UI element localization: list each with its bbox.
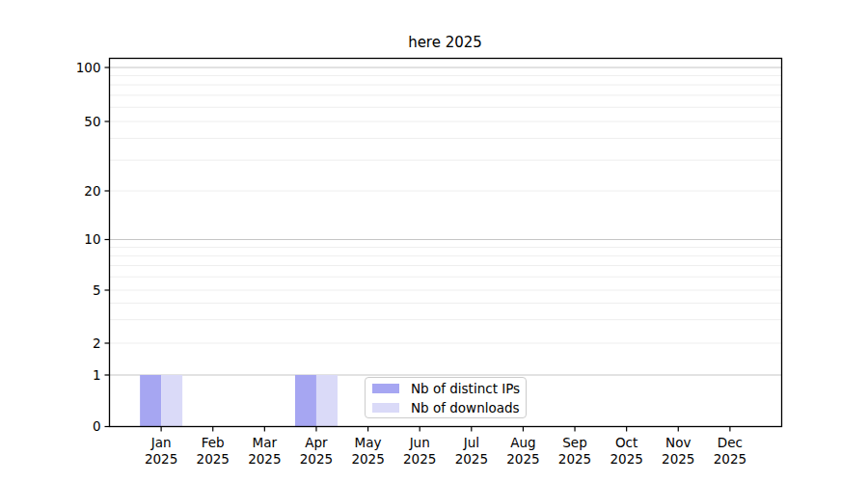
x-tick-year-label: 2025 <box>403 451 436 467</box>
y-axis-ticks: 0125102050100 <box>76 60 110 435</box>
x-tick-year-label: 2025 <box>351 451 384 467</box>
x-tick-month-label: Nov <box>665 435 691 450</box>
x-tick-year-label: 2025 <box>145 451 177 467</box>
bars <box>140 375 338 427</box>
y-tick-label: 0 <box>93 418 101 434</box>
y-tick-label: 20 <box>84 183 100 199</box>
x-tick-month-label: Feb <box>202 435 225 450</box>
y-tick-label: 50 <box>84 114 100 129</box>
x-tick-month-label: Jun <box>409 435 430 450</box>
x-tick-year-label: 2025 <box>248 451 281 467</box>
x-tick-month-label: Apr <box>305 435 328 450</box>
plot-border <box>110 59 782 427</box>
x-tick-month-label: May <box>355 435 382 450</box>
x-tick-year-label: 2025 <box>610 451 642 467</box>
y-tick-label: 5 <box>93 282 101 298</box>
x-tick-year-label: 2025 <box>455 451 488 467</box>
y-tick-label: 2 <box>93 335 101 351</box>
x-tick-year-label: 2025 <box>714 451 746 467</box>
y-tick-label: 1 <box>93 367 101 383</box>
legend-item-downloads: Nb of downloads <box>372 400 519 415</box>
legend-label-distinct-ips: Nb of distinct IPs <box>411 381 520 396</box>
x-tick-year-label: 2025 <box>662 451 694 467</box>
legend-swatch-distinct-ips <box>372 384 399 393</box>
x-tick-month-label: Mar <box>253 435 278 450</box>
bar-nb-of-distinct-ips <box>295 375 316 427</box>
x-tick-month-label: Sep <box>562 435 586 450</box>
legend-item-distinct-ips: Nb of distinct IPs <box>372 381 519 396</box>
minor-gridlines <box>110 76 782 343</box>
axes-spines <box>110 59 782 427</box>
x-tick-month-label: Dec <box>718 435 743 450</box>
x-tick-month-label: Jan <box>150 435 172 450</box>
bar-nb-of-downloads <box>161 375 182 427</box>
legend-swatch-downloads <box>372 403 399 413</box>
legend: Nb of distinct IPs Nb of downloads <box>365 377 527 418</box>
x-tick-month-label: Jul <box>463 435 479 450</box>
major-gridlines <box>110 67 782 375</box>
x-tick-year-label: 2025 <box>558 451 591 467</box>
x-tick-month-label: Aug <box>510 435 535 450</box>
bar-nb-of-downloads <box>316 375 338 427</box>
y-tick-label: 10 <box>84 231 100 247</box>
chart-title: here 2025 <box>109 34 781 51</box>
x-axis-ticks: Jan2025Feb2025Mar2025Apr2025May2025Jun20… <box>145 427 746 468</box>
bar-nb-of-distinct-ips <box>140 375 161 427</box>
x-tick-month-label: Oct <box>615 435 637 450</box>
legend-label-downloads: Nb of downloads <box>411 400 520 415</box>
x-tick-year-label: 2025 <box>506 451 539 467</box>
x-tick-year-label: 2025 <box>197 451 230 467</box>
y-tick-label: 100 <box>76 60 101 75</box>
chart-figure: 0125102050100 Jan2025Feb2025Mar2025Apr20… <box>0 0 868 482</box>
x-tick-year-label: 2025 <box>300 451 333 467</box>
